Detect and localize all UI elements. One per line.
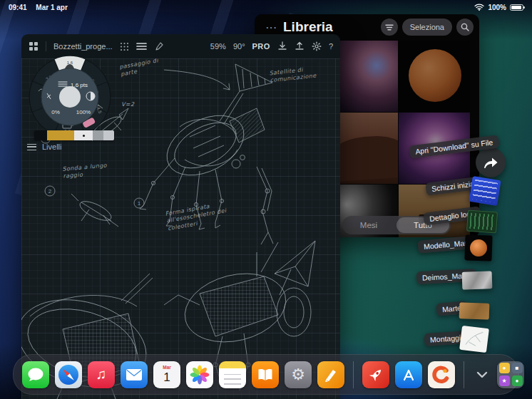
- layers-icon: [27, 144, 36, 150]
- tool-wheel[interactable]: 1,6 7,3 5,5 14,5 6,9 1,6 pts: [27, 54, 113, 140]
- rotation-value[interactable]: 90°: [233, 42, 245, 51]
- c-swirl-icon: [432, 366, 451, 384]
- svg-text:2: 2: [48, 188, 52, 195]
- gear-icon: ⚙: [291, 366, 305, 384]
- export-share-icon[interactable]: [295, 41, 305, 51]
- app-library-tile-yellow: ●: [499, 363, 510, 373]
- dock-app-books[interactable]: [252, 361, 279, 388]
- dock-app-safari[interactable]: [55, 361, 82, 388]
- swatch-gray[interactable]: [93, 130, 103, 140]
- pen-mode-icon[interactable]: [154, 41, 164, 51]
- battery-icon: [510, 4, 523, 11]
- music-note-icon: ♫: [96, 366, 107, 383]
- swatch-black[interactable]: [34, 130, 47, 140]
- calendar-day: 1: [163, 371, 170, 383]
- menu-lines-icon: [385, 24, 394, 31]
- rocket-icon: [367, 366, 384, 383]
- select-button[interactable]: Seleziona: [402, 19, 452, 36]
- drag-thumbnail-mars-model[interactable]: [464, 234, 492, 261]
- swatch-light-selected[interactable]: [74, 130, 93, 140]
- status-bar: 09:41 Mar 1 apr 100%: [0, 0, 532, 14]
- dock-app-music[interactable]: ♫: [88, 361, 115, 388]
- forward-arrow-icon: [483, 157, 498, 169]
- dock-app-rocket[interactable]: [362, 361, 389, 388]
- pen-icon: [322, 366, 339, 383]
- dock-app-mail[interactable]: [121, 361, 148, 388]
- battery-percent: 100%: [488, 4, 506, 11]
- dock-divider: [353, 361, 354, 388]
- dock-app-library[interactable]: ● ■ ★ ●: [497, 361, 524, 388]
- share-drop-button[interactable]: [476, 147, 506, 177]
- dock-app-photos[interactable]: [186, 361, 213, 388]
- compass-icon: [57, 363, 80, 386]
- app-library-tile-purple: ★: [499, 375, 510, 386]
- opacity-min-label: 0%: [51, 109, 60, 115]
- swatch-lightgray[interactable]: [103, 130, 114, 140]
- photos-flower-icon: [189, 364, 210, 385]
- color-swatch-bar[interactable]: [34, 130, 114, 140]
- opacity-max-label: 100%: [76, 109, 91, 115]
- import-icon[interactable]: [277, 41, 287, 51]
- calendar-month: Mar: [163, 366, 171, 370]
- settings-gear-icon[interactable]: [312, 41, 322, 51]
- zoom-level[interactable]: 59%: [210, 42, 226, 51]
- photo-thumbnail-mars-globe[interactable]: [399, 41, 470, 112]
- search-icon: [461, 23, 469, 31]
- date: Mar 1 apr: [36, 4, 67, 11]
- open-book-icon: [257, 367, 274, 383]
- dock-app-settings[interactable]: ⚙: [285, 361, 312, 388]
- concepts-window: Bozzetti_proge... 59% 90° PRO: [21, 34, 340, 399]
- app-menu-icon[interactable]: [29, 41, 39, 51]
- drag-thumbnail-schizzi[interactable]: [469, 176, 501, 206]
- chevron-down-icon: [476, 371, 488, 378]
- annotation-v2: V=2: [121, 101, 134, 108]
- swatch-gold[interactable]: [47, 130, 74, 140]
- filter-menu-button[interactable]: [381, 19, 398, 36]
- layers-label: Livelli: [42, 142, 62, 151]
- dock-app-messages[interactable]: [22, 361, 49, 388]
- window-controls-dots[interactable]: ···: [266, 22, 277, 33]
- page-title: Libreria: [283, 19, 333, 35]
- tab-months[interactable]: Mesi: [342, 221, 395, 229]
- chat-bubble-icon: [27, 367, 44, 383]
- app-library-tile-green: ●: [512, 375, 523, 386]
- status-left: 09:41 Mar 1 apr: [9, 4, 75, 11]
- dock-collapse-button[interactable]: [473, 371, 491, 378]
- clock: 09:41: [9, 4, 27, 11]
- dock: ♫ Mar 1: [13, 354, 519, 395]
- arm-sketch: [257, 167, 273, 244]
- dock-divider: [464, 361, 464, 388]
- app-library-tile-blue: ■: [512, 363, 523, 373]
- wheel-size-selected: 1,6: [67, 61, 73, 65]
- precision-grid-icon[interactable]: [120, 42, 129, 51]
- help-button[interactable]: ?: [329, 42, 333, 51]
- appstore-a-icon: [400, 366, 417, 383]
- drag-thumbnail-logo[interactable]: [466, 210, 498, 234]
- layers-tool-icon[interactable]: [136, 42, 147, 51]
- dock-app-c-paint[interactable]: [428, 361, 455, 388]
- pro-badge[interactable]: PRO: [252, 42, 270, 51]
- dock-app-sketch-pen[interactable]: [317, 361, 344, 388]
- status-right: 100%: [474, 4, 523, 11]
- dock-app-notes[interactable]: [219, 361, 246, 388]
- envelope-icon: [126, 368, 143, 381]
- document-title[interactable]: Bozzetti_proge...: [53, 42, 113, 51]
- wifi-icon: [474, 4, 484, 11]
- drag-thumbnail-deimos[interactable]: [462, 271, 493, 289]
- dock-app-calendar[interactable]: Mar 1: [153, 361, 180, 388]
- dock-app-appstore[interactable]: [395, 361, 422, 388]
- ipad-screen: 09:41 Mar 1 apr 100% ··· Libreria Selezi…: [0, 0, 532, 399]
- color-well[interactable]: [59, 86, 81, 108]
- svg-text:1: 1: [138, 200, 141, 207]
- layers-button[interactable]: Livelli: [27, 142, 62, 151]
- search-button[interactable]: [456, 19, 474, 36]
- drag-thumbnail-marte[interactable]: [459, 302, 490, 319]
- drag-thumbnail-montaggio[interactable]: [459, 326, 489, 353]
